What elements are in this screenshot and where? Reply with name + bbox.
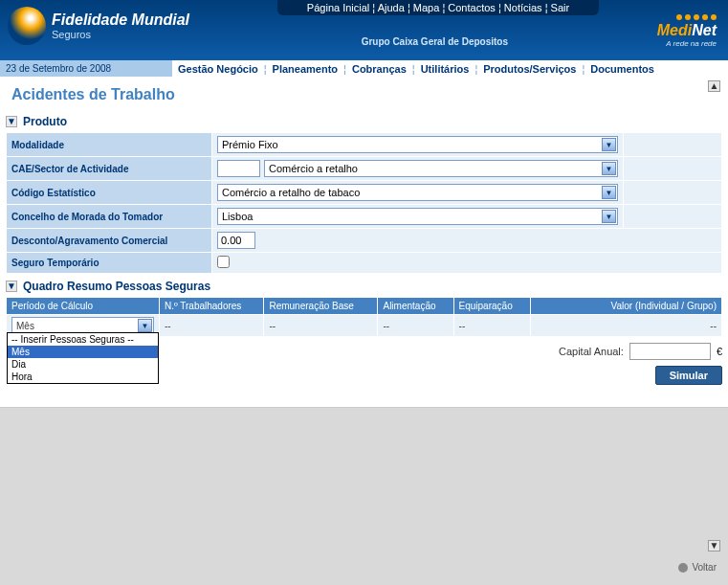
nav-pagina-inicial[interactable]: Página Inicial bbox=[307, 2, 369, 13]
cell-valor: -- bbox=[531, 315, 722, 337]
brand-title: Fidelidade Mundial bbox=[52, 11, 189, 29]
brand-logo-icon bbox=[8, 7, 46, 45]
nav-contactos[interactable]: Contactos bbox=[448, 2, 496, 13]
empty-cell bbox=[624, 181, 722, 205]
collapse-icon[interactable]: ▼ bbox=[6, 281, 17, 292]
cae-sector-value: Comércio a retalho bbox=[269, 163, 358, 174]
dropdown-option-mes[interactable]: Mês bbox=[8, 346, 158, 358]
medinet-logo-part2: Net bbox=[692, 22, 717, 38]
simular-button[interactable]: Simular bbox=[655, 366, 722, 385]
empty-cell bbox=[624, 157, 722, 181]
modalidade-label: Modalidade bbox=[7, 133, 212, 157]
euro-symbol: € bbox=[717, 346, 722, 357]
modalidade-select[interactable]: Prémio Fixo ▼ bbox=[217, 136, 618, 153]
nav-sep: ¦ bbox=[372, 2, 375, 13]
concelho-value: Lisboa bbox=[222, 211, 253, 222]
quadro-grid: Período de Cálculo N.º Trabalhadores Rem… bbox=[6, 297, 722, 337]
cell-trabalhadores: -- bbox=[160, 315, 264, 337]
top-nav: Página Inicial ¦ Ajuda ¦ Mapa ¦ Contacto… bbox=[277, 0, 599, 15]
nav-sep: ¦ bbox=[498, 2, 501, 13]
col-valor: Valor (Individual / Grupo) bbox=[531, 298, 722, 315]
medinet-logo-part1: Medi bbox=[657, 22, 692, 38]
date-nav-bar: 23 de Setembro de 2008 Gestão Negócio ¦ … bbox=[0, 60, 728, 77]
empty-cell bbox=[624, 205, 722, 229]
cae-code-input[interactable] bbox=[217, 160, 260, 177]
dropdown-arrow-icon: ▼ bbox=[138, 319, 152, 332]
medinet-dots-icon bbox=[657, 14, 717, 20]
periodo-value: Mês bbox=[16, 321, 34, 331]
cell-alimentacao: -- bbox=[378, 315, 453, 337]
dropdown-option-dia[interactable]: Dia bbox=[8, 358, 158, 371]
page-title: Acidentes de Trabalho bbox=[11, 86, 722, 103]
empty-cell bbox=[624, 133, 722, 157]
periodo-dropdown: -- Inserir Pessoas Seguras -- Mês Dia Ho… bbox=[7, 332, 159, 384]
codigo-estatistico-select[interactable]: Comércio a retalho de tabaco ▼ bbox=[217, 184, 618, 201]
dropdown-arrow-icon: ▼ bbox=[602, 138, 616, 151]
cell-remuneracao: -- bbox=[264, 315, 378, 337]
dropdown-arrow-icon: ▼ bbox=[602, 162, 616, 175]
col-remuneracao: Remuneração Base bbox=[264, 298, 378, 315]
seguro-temp-checkbox[interactable] bbox=[217, 256, 230, 268]
nav-sep: ¦ bbox=[545, 2, 548, 13]
desconto-label: Desconto/Agravamento Comercial bbox=[7, 229, 212, 253]
footer-area: ▼ Voltar bbox=[0, 407, 728, 574]
nav-sep: ¦ bbox=[408, 2, 410, 13]
current-date: 23 de Setembro de 2008 bbox=[0, 63, 172, 74]
nav-noticias[interactable]: Notícias bbox=[504, 2, 542, 13]
section-produto-header: ▼ Produto bbox=[6, 115, 722, 128]
cell-equiparacao: -- bbox=[453, 315, 530, 337]
voltar-link[interactable]: Voltar bbox=[678, 562, 717, 573]
capital-anual-input[interactable] bbox=[629, 343, 711, 360]
collapse-icon[interactable]: ▼ bbox=[6, 116, 17, 127]
scroll-down-icon[interactable]: ▼ bbox=[708, 540, 720, 551]
dropdown-arrow-icon: ▼ bbox=[602, 210, 616, 223]
brand-subtitle: Seguros bbox=[52, 29, 189, 40]
brand-logo: Fidelidade Mundial Seguros bbox=[8, 7, 189, 45]
col-trabalhadores: N.º Trabalhadores bbox=[160, 298, 264, 315]
capital-anual-label: Capital Anual: bbox=[559, 346, 624, 357]
codigo-value: Comércio a retalho de tabaco bbox=[222, 187, 360, 198]
col-alimentacao: Alimentação bbox=[378, 298, 453, 315]
medinet-tagline: A rede na rede bbox=[657, 39, 717, 48]
main-nav: Gestão Negócio ¦ Planeamento ¦ Cobranças… bbox=[172, 60, 728, 77]
produto-form: Modalidade Prémio Fixo ▼ CAE/Sector de A… bbox=[6, 132, 722, 274]
periodo-cell: Mês ▼ -- Inserir Pessoas Seguras -- Mês … bbox=[7, 315, 160, 337]
grupo-text: Grupo Caixa Geral de Depositos bbox=[362, 36, 508, 47]
section-produto-label: Produto bbox=[23, 115, 67, 128]
concelho-select[interactable]: Lisboa ▼ bbox=[217, 208, 618, 225]
app-header: Fidelidade Mundial Seguros Página Inicia… bbox=[0, 0, 728, 60]
medinet-brand: MediNet A rede na rede bbox=[657, 14, 717, 48]
nav-planeamento[interactable]: Planeamento bbox=[267, 63, 343, 75]
seguro-temp-label: Seguro Temporário bbox=[7, 253, 212, 274]
nav-utilitarios[interactable]: Utilitários bbox=[415, 63, 475, 75]
dropdown-option-header[interactable]: -- Inserir Pessoas Seguras -- bbox=[8, 333, 158, 346]
cae-sector-select[interactable]: Comércio a retalho ▼ bbox=[264, 160, 618, 177]
table-row: Mês ▼ -- Inserir Pessoas Seguras -- Mês … bbox=[7, 315, 722, 337]
codigo-label: Código Estatístico bbox=[7, 181, 212, 205]
main-content: ▲ Acidentes de Trabalho ▼ Produto Modali… bbox=[0, 77, 728, 407]
col-equiparacao: Equiparação bbox=[453, 298, 530, 315]
col-periodo: Período de Cálculo bbox=[7, 298, 160, 315]
section-quadro-header: ▼ Quadro Resumo Pessoas Seguras bbox=[6, 280, 722, 293]
dropdown-option-hora[interactable]: Hora bbox=[8, 371, 158, 383]
desconto-input[interactable] bbox=[217, 232, 255, 249]
nav-cobrancas[interactable]: Cobranças bbox=[346, 63, 412, 75]
section-quadro-label: Quadro Resumo Pessoas Seguras bbox=[23, 280, 210, 293]
dropdown-arrow-icon: ▼ bbox=[602, 186, 616, 199]
nav-sep: ¦ bbox=[442, 2, 445, 13]
nav-mapa[interactable]: Mapa bbox=[413, 2, 440, 13]
scroll-up-icon[interactable]: ▲ bbox=[708, 80, 720, 92]
cae-label: CAE/Sector de Actividade bbox=[7, 157, 212, 181]
nav-sair[interactable]: Sair bbox=[551, 2, 570, 13]
voltar-label: Voltar bbox=[692, 562, 717, 573]
nav-produtos-servicos[interactable]: Produtos/Serviços bbox=[477, 63, 582, 75]
nav-documentos[interactable]: Documentos bbox=[585, 63, 660, 75]
nav-ajuda[interactable]: Ajuda bbox=[378, 2, 405, 13]
voltar-icon bbox=[678, 563, 688, 573]
nav-gestao-negocio[interactable]: Gestão Negócio bbox=[172, 63, 264, 75]
concelho-label: Concelho de Morada do Tomador bbox=[7, 205, 212, 229]
modalidade-value: Prémio Fixo bbox=[222, 139, 278, 150]
